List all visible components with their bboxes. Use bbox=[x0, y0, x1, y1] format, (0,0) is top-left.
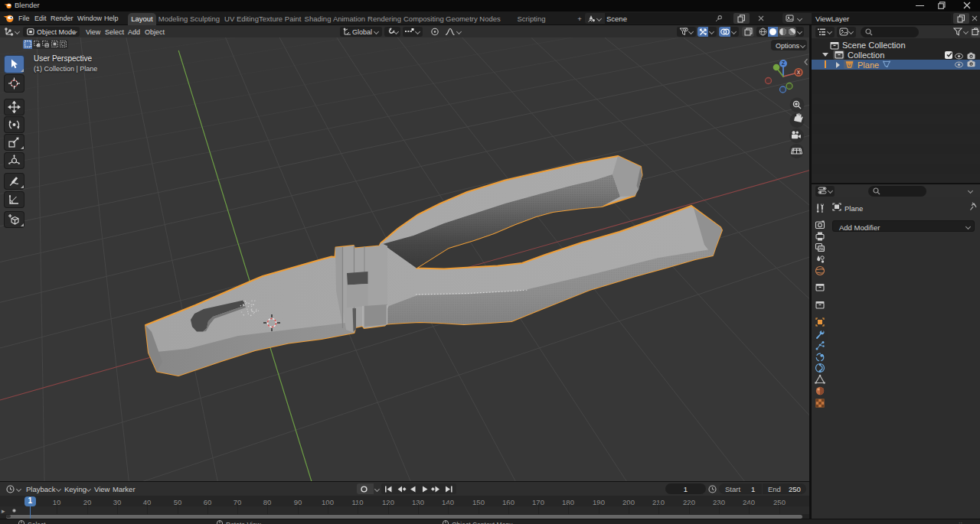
svg-text:X: X bbox=[797, 70, 801, 75]
svg-text:Z: Z bbox=[782, 60, 785, 66]
